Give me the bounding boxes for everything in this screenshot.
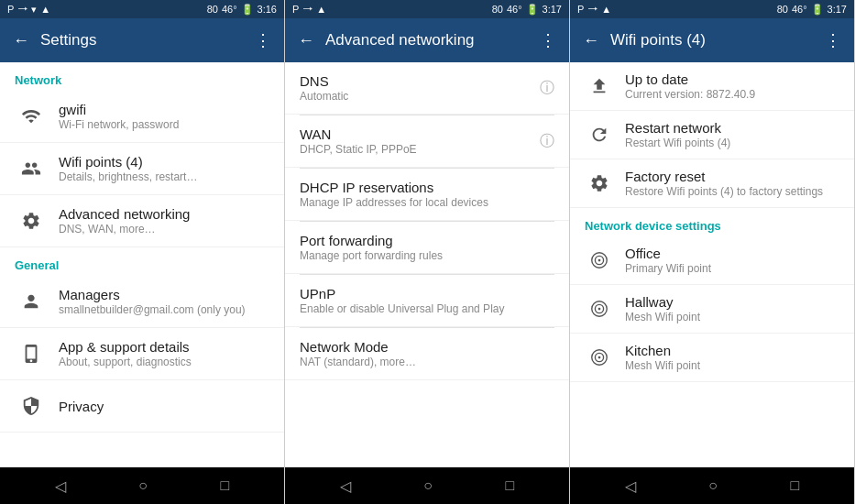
signal-icon: ▲: [40, 4, 50, 15]
list-item-network-mode[interactable]: Network Mode NAT (standard), more…: [285, 328, 569, 380]
svg-point-2: [598, 259, 601, 262]
privacy-title: Privacy: [59, 399, 269, 414]
refresh-icon: [585, 120, 614, 149]
list-item-wifi-points[interactable]: Wifi points (4) Details, brightness, res…: [0, 143, 284, 195]
list-item-privacy[interactable]: Privacy: [0, 380, 284, 433]
status-bar-1: P ⭢ ▾ ▲ 80 46° 🔋 3:16: [0, 0, 284, 18]
list-item-dns[interactable]: DNS Automatic ⓘ: [285, 62, 569, 115]
dhcp-subtitle: Manage IP addresses for local devices: [300, 196, 554, 209]
dhcp-title: DHCP IP reservations: [300, 180, 554, 195]
nav-home-2[interactable]: ○: [412, 472, 444, 499]
managers-subtitle: smallnetbuilder@gmail.com (only you): [59, 303, 269, 316]
manager-icon: [15, 285, 48, 318]
list-item-kitchen[interactable]: Kitchen Mesh Wifi point: [570, 334, 854, 382]
settings-content: Network gwifi Wi-Fi network, password Wi…: [0, 62, 284, 467]
panel-wifi-points: P ⭢ ▲ 80 46° 🔋 3:17 ← Wifi points (4) ⋮ …: [570, 0, 855, 504]
gwifi-title: gwifi: [59, 102, 269, 117]
temp: 46°: [222, 4, 237, 15]
managers-title: Managers: [59, 287, 269, 302]
status-bar-3: P ⭢ ▲ 80 46° 🔋 3:17: [570, 0, 854, 18]
upload-icon: [585, 71, 614, 101]
app-bar-title-1: Settings: [40, 31, 244, 49]
battery-2: 🔋: [526, 4, 539, 16]
svg-point-8: [598, 356, 601, 359]
more-button-3[interactable]: ⋮: [821, 27, 845, 54]
list-item-office[interactable]: Office Primary Wifi point: [570, 236, 854, 285]
section-header-network: Network: [0, 62, 284, 91]
app-support-subtitle: About, support, diagnostics: [59, 356, 269, 368]
factory-reset-title: Factory reset: [625, 169, 839, 184]
temp-3: 46°: [792, 4, 807, 15]
wifi-status-icon: ▾: [31, 4, 37, 16]
list-item-advanced-networking[interactable]: Advanced networking DNS, WAN, more…: [0, 195, 284, 247]
restart-network-title: Restart network: [625, 120, 839, 136]
advanced-networking-content: DNS Automatic ⓘ WAN DHCP, Static IP, PPP…: [285, 62, 569, 467]
back-button-1[interactable]: ←: [9, 27, 33, 54]
nav-back-1[interactable]: ◁: [44, 472, 77, 500]
advanced-networking-title: Advanced networking: [59, 206, 269, 222]
time-2: 3:17: [543, 4, 562, 15]
list-item-up-to-date[interactable]: Up to date Current version: 8872.40.9: [570, 62, 854, 111]
section-header-device-settings: Network device settings: [570, 208, 854, 236]
carrier-icon: P: [7, 4, 14, 15]
nav-back-3[interactable]: ◁: [614, 472, 647, 500]
time-3: 3:17: [828, 4, 847, 15]
nav-home-1[interactable]: ○: [127, 472, 159, 499]
carrier-2: P: [292, 4, 299, 15]
nav-bar-1: ◁ ○ □: [0, 467, 284, 504]
signal-pct-2: 80: [492, 4, 503, 15]
port-forwarding-title: Port forwarding: [300, 233, 554, 248]
more-button-1[interactable]: ⋮: [251, 27, 275, 54]
back-button-2[interactable]: ←: [294, 27, 318, 54]
port-forwarding-subtitle: Manage port forwarding rules: [300, 249, 554, 262]
more-button-2[interactable]: ⋮: [536, 27, 560, 54]
nav-recent-3[interactable]: □: [780, 472, 811, 499]
dns-title: DNS: [300, 73, 532, 89]
signal-strength: 80: [207, 4, 218, 15]
wan-subtitle: DHCP, Static IP, PPPoE: [300, 143, 532, 156]
carrier-3: P: [577, 4, 584, 15]
privacy-icon: [15, 389, 48, 422]
advanced-networking-subtitle: DNS, WAN, more…: [59, 223, 269, 236]
hallway-subtitle: Mesh Wifi point: [625, 311, 839, 323]
section-header-general: General: [0, 247, 284, 276]
nav-recent-2[interactable]: □: [495, 472, 526, 499]
hallway-title: Hallway: [625, 294, 839, 310]
wifi-icon: [15, 100, 48, 133]
bt-2: ⭢: [302, 4, 312, 15]
list-item-app-support[interactable]: App & support details About, support, di…: [0, 328, 284, 380]
time: 3:16: [258, 4, 277, 15]
network-mode-title: Network Mode: [300, 339, 554, 355]
up-to-date-subtitle: Current version: 8872.40.9: [625, 88, 839, 101]
hallway-router-icon: [585, 294, 614, 323]
nav-recent-1[interactable]: □: [210, 472, 241, 499]
list-item-hallway[interactable]: Hallway Mesh Wifi point: [570, 285, 854, 334]
list-item-wan[interactable]: WAN DHCP, Static IP, PPPoE ⓘ: [285, 115, 569, 168]
restart-network-subtitle: Restart Wifi points (4): [625, 137, 839, 149]
list-item-restart-network[interactable]: Restart network Restart Wifi points (4): [570, 111, 854, 159]
dns-subtitle: Automatic: [300, 90, 532, 103]
kitchen-router-icon: [585, 343, 614, 372]
list-item-port-forwarding[interactable]: Port forwarding Manage port forwarding r…: [285, 222, 569, 274]
list-item-upnp[interactable]: UPnP Enable or disable Universal Plug an…: [285, 275, 569, 327]
nav-back-2[interactable]: ◁: [329, 472, 362, 500]
upnp-subtitle: Enable or disable Universal Plug and Pla…: [300, 302, 554, 315]
dns-info-icon[interactable]: ⓘ: [540, 79, 554, 98]
app-support-title: App & support details: [59, 339, 269, 355]
temp-2: 46°: [507, 4, 522, 15]
list-item-dhcp[interactable]: DHCP IP reservations Manage IP addresses…: [285, 169, 569, 221]
panel-settings: P ⭢ ▾ ▲ 80 46° 🔋 3:16 ← Settings ⋮ Netwo…: [0, 0, 285, 504]
gwifi-subtitle: Wi-Fi network, password: [59, 118, 269, 131]
list-item-factory-reset[interactable]: Factory reset Restore Wifi points (4) to…: [570, 159, 854, 208]
battery-3: 🔋: [811, 4, 824, 16]
factory-reset-subtitle: Restore Wifi points (4) to factory setti…: [625, 185, 839, 198]
phone-icon: [15, 337, 48, 370]
list-item-managers[interactable]: Managers smallnetbuilder@gmail.com (only…: [0, 276, 284, 328]
back-button-3[interactable]: ←: [579, 27, 603, 54]
list-item-gwifi[interactable]: gwifi Wi-Fi network, password: [0, 91, 284, 143]
status-bar-2: P ⭢ ▲ 80 46° 🔋 3:17: [285, 0, 569, 18]
kitchen-subtitle: Mesh Wifi point: [625, 359, 839, 372]
wan-info-icon[interactable]: ⓘ: [540, 132, 554, 151]
wifi-points-subtitle: Details, brightness, restart…: [59, 170, 269, 183]
nav-home-3[interactable]: ○: [697, 472, 729, 499]
